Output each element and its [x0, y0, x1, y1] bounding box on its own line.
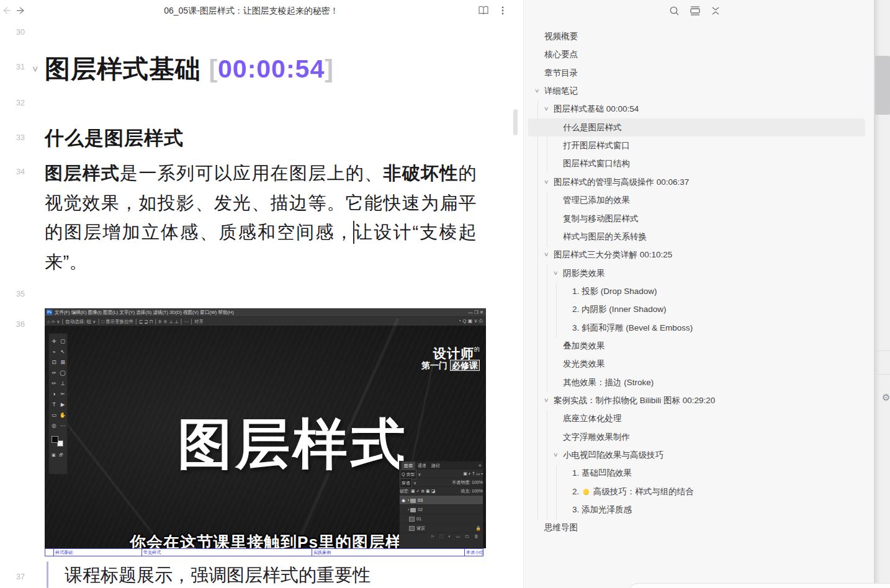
chapter-segment: 实践案例	[312, 548, 465, 556]
outline-item[interactable]: 1. 基础凹陷效果	[528, 464, 865, 482]
collapse-panel-icon[interactable]	[709, 5, 721, 17]
line-number: 35	[16, 290, 30, 298]
heading-collapse-chevron-icon[interactable]: ∨	[32, 64, 39, 73]
outline-item-label: 文字浮雕效果制作	[563, 428, 630, 446]
chevron-down-icon[interactable]: ∨	[534, 82, 540, 100]
gear-icon[interactable]: ⚙	[882, 392, 890, 403]
ps-layer-row: ›02	[400, 505, 483, 514]
ps-tool-icon: ✛	[50, 336, 58, 346]
outline-item[interactable]: 打开图层样式窗口	[528, 136, 865, 154]
chapter-segment: 样式基础	[53, 548, 142, 556]
section-heading[interactable]: 什么是图层样式	[45, 125, 184, 151]
outline-item[interactable]: 什么是图层样式	[528, 118, 865, 136]
body-paragraph[interactable]: 图层样式是一系列可以应用在图层上的、非破坏性的视觉效果，如投影、发光、描边等。它…	[45, 159, 477, 277]
outline-item-label: 视频概要	[544, 27, 578, 45]
outline-item[interactable]: ∨图层样式基础 00:00:54	[528, 100, 865, 118]
chevron-down-icon[interactable]: ∨	[553, 446, 559, 464]
page-heading[interactable]: 图层样式基础 [00:00:54]	[45, 52, 334, 86]
chapter-segment	[45, 548, 54, 556]
panel-scrollbar-thumb[interactable]	[875, 56, 890, 115]
forward-arrow-icon[interactable]	[16, 6, 26, 16]
outline-item[interactable]: ∨阴影类效果	[528, 264, 865, 282]
app-window: 06_05课-图层样式：让图层支棱起来的秘密！ 3031323334353637…	[0, 0, 890, 588]
ps-tool-icon: ⌁	[50, 347, 58, 357]
chevron-down-icon[interactable]: ∨	[544, 173, 549, 191]
line-number: 34	[16, 167, 30, 176]
outline-item-label: 底座立体化处理	[563, 409, 622, 427]
outline-item[interactable]: 管理已添加的效果	[528, 191, 865, 209]
outline-item-label: 发光类效果	[563, 355, 605, 373]
ps-panel-menu-icon: ≡	[479, 461, 481, 470]
ps-tool-icon: T	[50, 399, 58, 409]
ps-logo: Ps	[47, 310, 52, 315]
ps-layer-row: 背景🔒	[400, 523, 483, 533]
chevron-down-icon[interactable]: ∨	[544, 391, 549, 409]
outline-item[interactable]: 样式与图层的关系转换	[528, 228, 865, 246]
outline-item[interactable]: 复制与移动图层样式	[528, 210, 865, 228]
outline-item[interactable]: 思维导图	[528, 519, 865, 537]
outline-item[interactable]: ∨图层样式三大分类详解 00:10:25	[528, 246, 865, 264]
outline-item[interactable]: ∨案例实战：制作拟物化 Bilibili 图标 00:29:20	[528, 391, 865, 409]
outline-item[interactable]: 核心要点	[528, 45, 865, 63]
outline-item[interactable]: 其他效果：描边 (Stroke)	[528, 373, 865, 391]
outline-item[interactable]: 发光类效果	[528, 355, 865, 373]
ps-tool-icon: ◯	[58, 368, 67, 378]
edge-panel-sliver: ⚙	[874, 0, 890, 588]
ps-tool-icon: ▶	[58, 399, 67, 409]
outline-item-label: 图层样式三大分类详解 00:10:25	[554, 246, 672, 264]
ps-layer-row: 01	[400, 514, 483, 523]
ps-channels-tab: 通道	[415, 461, 429, 470]
reader-view-icon[interactable]	[689, 5, 701, 17]
outline-item-label: 阴影类效果	[563, 264, 605, 282]
line-number: 37	[16, 572, 30, 581]
outline-item[interactable]: 视频概要	[528, 27, 865, 45]
outline-item-label: 2. 内阴影 (Inner Shadow)	[572, 300, 667, 318]
ps-tool-icon: ✋	[58, 410, 67, 420]
chapter-segment: 常见样式	[142, 548, 312, 556]
ps-tool-icon: ✑	[50, 368, 58, 378]
open-book-icon[interactable]	[478, 5, 489, 16]
ps-options-bar-right: ◔ Q ▣ ∨ ⎙	[458, 316, 483, 326]
outline-item-label: 图层样式的管理与高级操作 00:06:37	[554, 173, 689, 191]
blockquote-text[interactable]: 课程标题展示，强调图层样式的重要性	[65, 563, 371, 588]
text-caret	[353, 221, 354, 244]
outline-item[interactable]: 叠加类效果	[528, 337, 865, 355]
outline-item-label: 1. 基础凹陷效果	[572, 464, 632, 482]
outline-item-label: 3. 添加光泽质感	[572, 501, 632, 519]
outline-item[interactable]: ∨详细笔记	[528, 82, 865, 100]
ps-screenmode-icon: 🗗	[59, 453, 63, 457]
back-arrow-icon[interactable]	[1, 6, 11, 16]
outline-item[interactable]: ∨小电视凹陷效果与高级技巧	[528, 446, 865, 464]
outline-item-label: 2. 高级技巧：样式与组的结合	[572, 483, 694, 501]
ps-layers-tab: 图层	[402, 461, 415, 470]
outline-item[interactable]: 3. 添加光泽质感	[528, 501, 865, 519]
outline-item[interactable]: 文字浮雕效果制作	[528, 428, 865, 446]
blockquote-bar	[47, 561, 48, 588]
outline-item[interactable]: 底座立体化处理	[528, 409, 865, 427]
editor-header: 06_05课-图层样式：让图层支棱起来的秘密！	[0, 0, 523, 21]
outline-item-label: 详细笔记	[544, 82, 578, 100]
outline-item[interactable]: ∨图层样式的管理与高级操作 00:06:37	[528, 173, 865, 191]
ps-paths-tab: 路径	[429, 461, 443, 470]
ps-tool-icon: ◎	[50, 421, 58, 430]
outline-item[interactable]: 章节目录	[528, 64, 865, 82]
outline-item[interactable]: 3. 斜面和浮雕 (Bevel & Emboss)	[528, 319, 865, 337]
search-icon[interactable]	[668, 5, 680, 17]
outline-item[interactable]: 2. 内阴影 (Inner Shadow)	[528, 300, 865, 318]
ps-tool-icon: ↖	[58, 347, 67, 357]
kebab-menu-icon[interactable]	[498, 6, 507, 16]
chevron-down-icon[interactable]: ∨	[544, 100, 549, 118]
outline-item[interactable]: 1. 投影 (Drop Shadow)	[528, 282, 865, 300]
embedded-screenshot[interactable]: Ps文件(F) 编辑(E) 图像(I) 图层(L) 文字(Y) 选择(S) 滤镜…	[45, 308, 486, 556]
outline-item[interactable]: 图层样式窗口结构	[528, 154, 865, 172]
ps-quickmask-icon: ▣	[52, 453, 56, 458]
ps-layer-row: ◉›03	[400, 496, 483, 505]
outline-item[interactable]: 2. 高级技巧：样式与组的结合	[528, 483, 865, 501]
ps-foreground-color-swatch	[52, 436, 58, 443]
floating-input-box[interactable]	[628, 583, 890, 588]
editor-scrollbar-thumb[interactable]	[513, 109, 518, 135]
outline-item-label: 小电视凹陷效果与高级技巧	[563, 446, 663, 464]
chevron-down-icon[interactable]: ∨	[553, 264, 559, 282]
outline-tree: 视频概要核心要点章节目录∨详细笔记∨图层样式基础 00:00:54什么是图层样式…	[523, 0, 874, 588]
chevron-down-icon[interactable]: ∨	[544, 246, 549, 264]
